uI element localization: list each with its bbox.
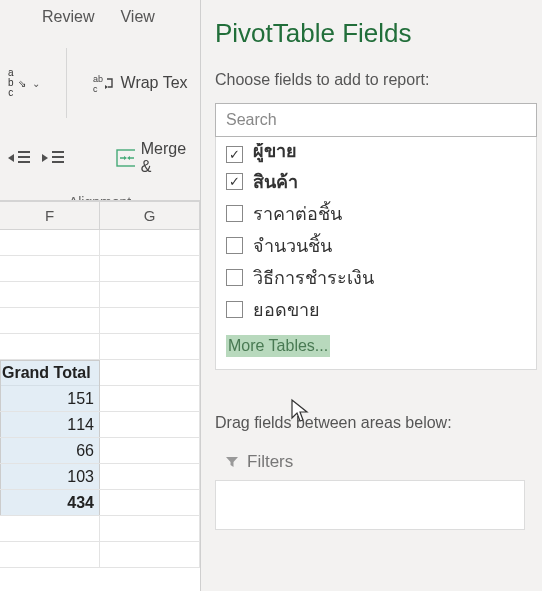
field-item[interactable]: วิธีการชำระเงิน (226, 261, 526, 293)
field-label: สินค้า (253, 167, 298, 196)
ribbon: Review View abc ⇘ ⌄ ab c Wrap Tex (0, 0, 200, 200)
more-tables-link[interactable]: More Tables... (226, 335, 330, 357)
grand-total-value: 434 (0, 490, 100, 516)
total-value: 151 (0, 386, 100, 412)
checkbox-icon[interactable] (226, 301, 243, 318)
separator (66, 48, 67, 118)
field-item[interactable]: ยอดขาย (226, 293, 526, 325)
field-item[interactable]: ✓ สินค้า (226, 165, 526, 197)
orientation-button[interactable]: abc ⇘ ⌄ (8, 68, 40, 98)
field-label: ราคาต่อชิ้น (253, 199, 342, 228)
search-placeholder: Search (226, 111, 277, 129)
field-item[interactable]: จำนวนชิ้น (226, 229, 526, 261)
drag-areas-label: Drag fields between areas below: (215, 414, 542, 432)
filters-dropzone[interactable] (215, 480, 525, 530)
checkbox-icon[interactable] (226, 237, 243, 254)
decrease-indent-button[interactable] (8, 149, 30, 167)
tab-view[interactable]: View (120, 8, 154, 26)
svg-text:ab: ab (93, 74, 103, 84)
filter-icon (225, 455, 239, 469)
arrow-icon: ⇘ (18, 78, 26, 89)
chevron-down-icon: ⌄ (32, 78, 40, 89)
checkbox-icon[interactable] (226, 269, 243, 286)
total-value: 66 (0, 438, 100, 464)
column-header-f[interactable]: F (0, 202, 100, 230)
merge-center-button[interactable]: Merge & (116, 140, 192, 176)
field-label: วิธีการชำระเงิน (253, 263, 374, 292)
pane-subtitle: Choose fields to add to report: (215, 71, 542, 89)
totals-column: 151 114 66 103 434 (0, 386, 100, 516)
total-value: 103 (0, 464, 100, 490)
field-item[interactable]: ✓ ผู้ขาย (226, 143, 526, 165)
spreadsheet[interactable]: F G Grand Total 151 114 66 103 434 (0, 200, 200, 591)
field-list[interactable]: ✓ ผู้ขาย ✓ สินค้า ราคาต่อชิ้น จำนวนชิ้น … (215, 137, 537, 370)
field-label: จำนวนชิ้น (253, 231, 332, 260)
increase-indent-button[interactable] (42, 149, 64, 167)
field-label: ยอดขาย (253, 295, 320, 324)
pivottable-fields-pane: PivotTable Fields Choose fields to add t… (200, 0, 542, 591)
checkbox-icon[interactable]: ✓ (226, 146, 243, 163)
tab-review[interactable]: Review (42, 8, 94, 26)
column-header-g[interactable]: G (100, 202, 200, 230)
field-label: ผู้ขาย (253, 143, 297, 165)
merge-label: Merge & (141, 140, 192, 176)
search-input[interactable]: Search (215, 103, 537, 137)
ribbon-tabs: Review View (0, 0, 200, 38)
checkbox-icon[interactable] (226, 205, 243, 222)
merge-icon (116, 148, 135, 168)
field-item[interactable]: ราคาต่อชิ้น (226, 197, 526, 229)
wrap-text-button[interactable]: ab c Wrap Tex (93, 73, 188, 93)
wrap-text-icon: ab c (93, 73, 115, 93)
total-value: 114 (0, 412, 100, 438)
grand-total-label: Grand Total (0, 360, 100, 386)
svg-text:c: c (93, 84, 98, 93)
filters-label: Filters (247, 452, 293, 472)
wrap-text-label: Wrap Tex (121, 74, 188, 92)
pane-title: PivotTable Fields (215, 18, 542, 49)
checkbox-icon[interactable]: ✓ (226, 173, 243, 190)
filters-area-header: Filters (215, 452, 542, 472)
